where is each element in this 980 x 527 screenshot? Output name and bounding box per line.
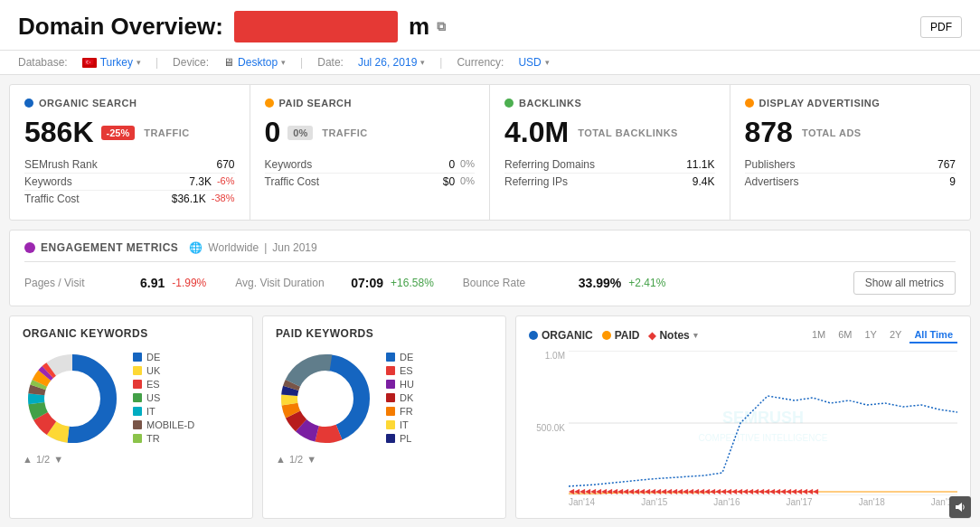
time-all[interactable]: All Time [909, 327, 957, 343]
display-advertising-value: 878 TOTAL ADS [745, 116, 956, 149]
display-advertising-header: DISPLAY ADVERTISING [745, 98, 956, 108]
paid-legend-dot [602, 331, 611, 340]
device-value: Desktop [238, 56, 278, 69]
pagination-text: 1/2 [36, 454, 50, 465]
x-label-jan18: Jan'18 [859, 497, 885, 507]
keywords-change: -6% [217, 175, 235, 188]
backlinks-dot [504, 99, 514, 108]
currency-selector[interactable]: USD ▾ [518, 56, 549, 69]
referring-ips-value: 9.4K [693, 175, 715, 188]
paid-traffic-cost-row: Traffic Cost $0 0% [265, 173, 476, 190]
advertisers-row: Advertisers 9 [745, 173, 956, 190]
legend-item-mobile: MOBILE-D [133, 419, 194, 430]
svg-text:COMPETITIVE INTELLIGENCE: COMPETITIVE INTELLIGENCE [699, 433, 828, 443]
paid-keywords-row: Keywords 0 0% [265, 156, 476, 173]
legend-item-us: US [133, 392, 194, 403]
organic-keywords-pagination: ▲ 1/2 ▼ [23, 454, 240, 465]
date-selector[interactable]: Jul 26, 2019 ▾ [358, 56, 425, 69]
keywords-label: Keywords [24, 175, 72, 188]
time-2y[interactable]: 2Y [885, 327, 906, 343]
organic-search-header: ORGANIC SEARCH [24, 98, 235, 108]
organic-search-rows: SEMrush Rank 670 Keywords 7.3K -6% Traff… [24, 156, 235, 207]
backlinks-card: BACKLINKS 4.0M TOTAL BACKLINKS Referring… [490, 85, 730, 220]
currency-value: USD [518, 56, 541, 69]
time-1m[interactable]: 1M [807, 327, 830, 343]
organic-traffic-number: 586K [24, 116, 94, 149]
paid-search-card: PAID SEARCH 0 0% TRAFFIC Keywords 0 0% T… [250, 85, 491, 220]
y-label-1m: 1.0M [529, 351, 565, 361]
worldwide-label: Worldwide [208, 241, 259, 254]
speaker-icon[interactable] [949, 496, 971, 518]
date-value: Jul 26, 2019 [358, 56, 417, 69]
paid-legend-it: IT [386, 419, 414, 430]
paid-keywords-card: PAID KEYWORDS DE ES HU DK FR IT [262, 315, 506, 519]
chart-legend: ORGANIC PAID ◆ Notes ▾ [529, 329, 800, 342]
database-value: Turkey [100, 56, 133, 69]
paid-search-value: 0 0% TRAFFIC [265, 116, 476, 149]
paid-traffic-cost-label: Traffic Cost [265, 175, 320, 188]
organic-search-dot [24, 99, 33, 108]
paid-keywords-value: 0 [448, 158, 455, 171]
pages-visit-metric: Pages / Visit 6.91 -1.99% [24, 276, 206, 290]
database-label: Database: [18, 56, 68, 69]
paid-traffic-cost-value: $0 [443, 175, 455, 188]
pdf-button[interactable]: PDF [920, 16, 962, 38]
time-1y[interactable]: 1Y [860, 327, 881, 343]
database-selector[interactable]: 🇹🇷 Turkey ▾ [82, 56, 141, 69]
device-label: Device: [173, 56, 209, 69]
globe-icon: 🌐 [189, 241, 203, 254]
chart-legend-notes[interactable]: ◆ Notes ▾ [648, 329, 697, 342]
paid-keywords-donut [276, 349, 375, 448]
paid-keywords-title: PAID KEYWORDS [276, 327, 493, 340]
svg-text:◀◀◀◀◀◀◀◀◀◀◀◀◀◀◀◀◀◀◀◀◀◀◀◀◀◀◀◀◀◀: ◀◀◀◀◀◀◀◀◀◀◀◀◀◀◀◀◀◀◀◀◀◀◀◀◀◀◀◀◀◀◀◀◀◀◀◀◀◀◀◀… [569, 487, 819, 495]
paid-legend-label: PAID [615, 329, 640, 342]
title-suffix: m [409, 13, 429, 41]
engagement-header: ENGAGEMENT METRICS 🌐 Worldwide | Jun 201… [24, 241, 956, 262]
time-6m[interactable]: 6M [834, 327, 856, 343]
x-label-jan16: Jan'16 [713, 497, 740, 507]
external-link-icon[interactable]: ⧉ [437, 19, 446, 34]
engagement-title: ENGAGEMENT METRICS [24, 241, 178, 254]
backlinks-value: 4.0M TOTAL BACKLINKS [504, 116, 715, 149]
pagination-down-arrow[interactable]: ▼ [53, 454, 63, 465]
backlinks-header: BACKLINKS [504, 98, 715, 108]
x-label-jan15: Jan'15 [641, 497, 667, 507]
publishers-value: 767 [938, 158, 956, 171]
traffic-cost-label: Traffic Cost [24, 193, 80, 205]
x-label-jan14: Jan'14 [569, 497, 595, 507]
paid-legend-hu: HU [386, 379, 414, 390]
currency-dropdown-arrow: ▾ [545, 58, 550, 67]
organic-search-card: ORGANIC SEARCH 586K -25% TRAFFIC SEMrush… [10, 85, 250, 220]
semrush-rank-value: 670 [216, 158, 234, 171]
bounce-rate-metric: Bounce Rate 33.99% +2.41% [463, 276, 666, 290]
organic-keywords-legend: DE UK ES US IT MOBILE-D TR [133, 352, 194, 447]
notes-label: Notes [659, 329, 689, 342]
traffic-cost-value: $36.1K [172, 193, 206, 205]
avg-duration-value: 07:09 [351, 276, 383, 290]
device-dropdown-arrow: ▾ [281, 58, 286, 67]
show-all-metrics-button[interactable]: Show all metrics [853, 271, 956, 295]
paid-pagination-down-arrow[interactable]: ▼ [306, 454, 316, 465]
speaker-svg [954, 501, 966, 513]
svg-marker-27 [956, 503, 962, 512]
legend-item-es: ES [133, 379, 194, 390]
device-selector[interactable]: 🖥 Desktop ▾ [223, 56, 286, 69]
paid-pagination-up-arrow[interactable]: ▲ [276, 454, 286, 465]
pages-visit-change: -1.99% [172, 277, 206, 289]
pagination-up-arrow[interactable]: ▲ [23, 454, 33, 465]
y-label-500k: 500.0K [529, 423, 565, 433]
backlinks-number: 4.0M [504, 116, 569, 149]
meta-separator: | [264, 241, 267, 254]
paid-legend-es: ES [386, 365, 414, 376]
chart-y-axis: 1.0M 500.0K [529, 351, 565, 495]
time-filter-group: 1M 6M 1Y 2Y All Time [807, 327, 957, 343]
bounce-rate-change: +2.41% [628, 277, 665, 289]
chart-card: ORGANIC PAID ◆ Notes ▾ 1M 6M 1Y 2Y All T… [515, 315, 971, 519]
semrush-rank-label: SEMrush Rank [24, 158, 98, 171]
paid-traffic-label: TRAFFIC [322, 127, 368, 138]
semrush-rank-row: SEMrush Rank 670 [24, 156, 235, 173]
x-label-jan17: Jan'17 [786, 497, 812, 507]
date-label: Date: [317, 56, 344, 69]
domain-redacted [234, 11, 398, 42]
engagement-section: ENGAGEMENT METRICS 🌐 Worldwide | Jun 201… [9, 230, 971, 306]
